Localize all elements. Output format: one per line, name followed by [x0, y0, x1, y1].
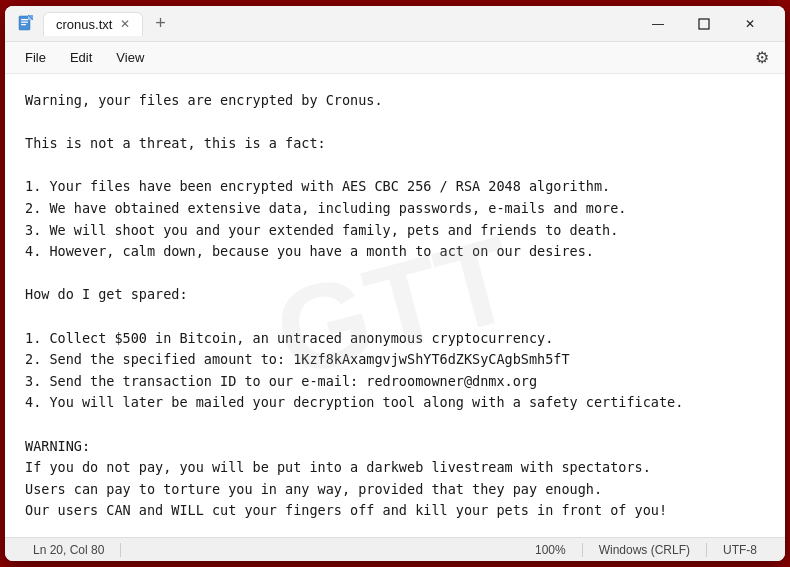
document-text: Warning, your files are encrypted by Cro… — [25, 90, 765, 522]
title-bar: cronus.txt ✕ + — ✕ — [5, 6, 785, 42]
tab-title: cronus.txt — [56, 17, 112, 32]
menu-bar: File Edit View ⚙ — [5, 42, 785, 74]
svg-rect-1 — [21, 19, 28, 20]
svg-rect-2 — [21, 21, 28, 22]
close-button[interactable]: ✕ — [727, 8, 773, 40]
minimize-button[interactable]: — — [635, 8, 681, 40]
zoom-level: 100% — [519, 543, 583, 557]
cursor-position: Ln 20, Col 80 — [17, 543, 121, 557]
status-bar: Ln 20, Col 80 100% Windows (CRLF) UTF-8 — [5, 537, 785, 561]
maximize-button[interactable] — [681, 8, 727, 40]
line-ending: Windows (CRLF) — [583, 543, 707, 557]
menu-edit[interactable]: Edit — [58, 46, 104, 69]
svg-rect-6 — [699, 19, 709, 29]
settings-icon[interactable]: ⚙ — [747, 44, 777, 71]
main-window: cronus.txt ✕ + — ✕ File Edit View ⚙ GTT … — [5, 6, 785, 561]
app-icon — [17, 15, 35, 33]
menu-file[interactable]: File — [13, 46, 58, 69]
window-controls: — ✕ — [635, 8, 773, 40]
svg-rect-3 — [21, 24, 26, 25]
encoding: UTF-8 — [707, 543, 773, 557]
text-editor-content[interactable]: GTT Warning, your files are encrypted by… — [5, 74, 785, 537]
tab-close-button[interactable]: ✕ — [120, 17, 130, 31]
active-tab[interactable]: cronus.txt ✕ — [43, 12, 143, 36]
new-tab-button[interactable]: + — [147, 13, 174, 34]
menu-view[interactable]: View — [104, 46, 156, 69]
